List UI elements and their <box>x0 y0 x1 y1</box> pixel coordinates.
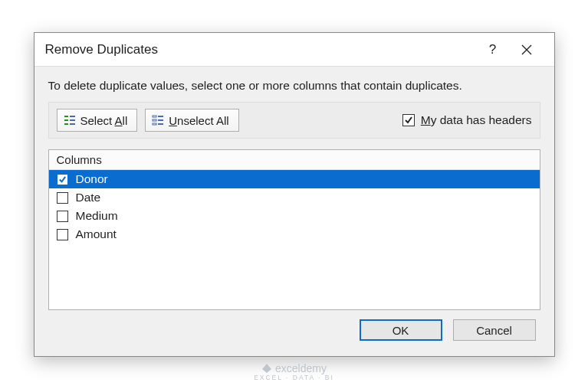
watermark: exceldemy EXCEL · DATA · BI <box>0 362 588 381</box>
watermark-tagline: EXCEL · DATA · BI <box>0 374 588 381</box>
headers-checkbox-box <box>402 114 415 126</box>
svg-rect-1 <box>64 119 68 121</box>
column-row[interactable]: Amount <box>49 225 540 244</box>
column-row[interactable]: Donor <box>49 170 540 188</box>
titlebar: Remove Duplicates ? <box>34 33 554 67</box>
svg-rect-6 <box>153 116 156 117</box>
logo-icon <box>261 363 272 374</box>
unselect-all-button[interactable]: Unselect All <box>145 109 238 132</box>
unselect-all-icon <box>152 114 164 126</box>
svg-rect-8 <box>153 123 156 125</box>
svg-rect-2 <box>64 123 68 125</box>
svg-rect-3 <box>70 116 75 117</box>
toolbar: Select All Unselect All My data has head… <box>48 102 540 139</box>
column-name: Amount <box>76 227 117 241</box>
close-button[interactable] <box>510 33 544 67</box>
unselect-all-label: Unselect All <box>169 114 228 127</box>
svg-rect-4 <box>70 119 75 121</box>
column-row[interactable]: Medium <box>49 207 540 225</box>
watermark-brand: exceldemy <box>275 362 327 374</box>
dialog-title: Remove Duplicates <box>45 42 476 57</box>
svg-rect-7 <box>153 119 156 121</box>
column-checkbox[interactable] <box>57 174 68 185</box>
column-checkbox[interactable] <box>57 192 68 204</box>
instruction-text: To delete duplicate values, select one o… <box>48 79 540 93</box>
column-name: Donor <box>76 172 108 186</box>
ok-button[interactable]: OK <box>360 319 442 341</box>
svg-rect-10 <box>158 119 163 121</box>
columns-listbox[interactable]: Columns Donor Date Medium Amount <box>48 149 540 310</box>
svg-rect-9 <box>158 116 163 117</box>
headers-checkbox-label: My data has headers <box>421 113 532 127</box>
select-all-button[interactable]: Select All <box>57 109 138 132</box>
svg-rect-11 <box>158 123 163 125</box>
headers-checkbox[interactable]: My data has headers <box>402 113 532 127</box>
svg-rect-5 <box>70 123 75 125</box>
close-icon <box>521 44 532 55</box>
help-button[interactable]: ? <box>476 33 510 67</box>
column-name: Medium <box>76 209 118 223</box>
cancel-button[interactable]: Cancel <box>453 319 536 341</box>
columns-header: Columns <box>49 150 540 170</box>
dialog-footer: OK Cancel <box>48 310 540 344</box>
column-row[interactable]: Date <box>49 188 540 207</box>
column-checkbox[interactable] <box>57 229 68 240</box>
column-checkbox[interactable] <box>57 211 68 222</box>
dialog-body: To delete duplicate values, select one o… <box>34 67 554 356</box>
select-all-label: Select All <box>80 114 128 127</box>
remove-duplicates-dialog: Remove Duplicates ? To delete duplicate … <box>34 32 555 357</box>
column-name: Date <box>76 191 101 204</box>
check-icon <box>58 175 67 184</box>
check-icon <box>404 116 413 125</box>
svg-rect-0 <box>64 116 68 117</box>
select-all-icon <box>64 114 76 126</box>
